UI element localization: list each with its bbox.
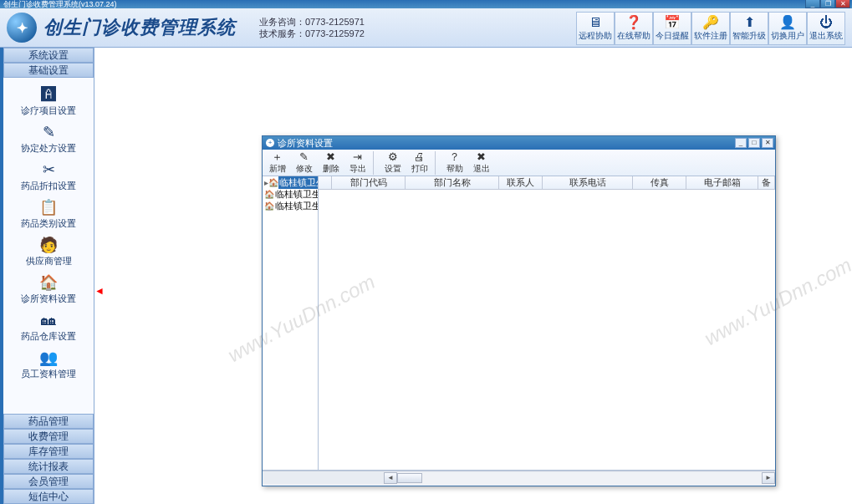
sidebar-item-label: 诊疗项目设置 (21, 104, 76, 117)
toolbar-btn-设置[interactable]: ⚙设置 (380, 150, 406, 176)
sidebar-item-label: 诊所资料设置 (21, 293, 76, 305)
sidebar-footer-1[interactable]: 收费管理 (3, 429, 94, 444)
tool-label: 退出系统 (809, 30, 843, 42)
grid-col-0[interactable] (319, 176, 332, 189)
dialog-close-button[interactable]: ✕ (762, 138, 773, 148)
header-tool-2[interactable]: 📅今日提醒 (653, 12, 691, 45)
horizontal-scrollbar[interactable]: ◄ ► (263, 471, 775, 484)
tree-label: 临桂镇卫生院榕山门诊部 (278, 176, 319, 189)
grid-col-6[interactable]: 电子邮箱 (686, 176, 758, 189)
window-controls: _ ❐ ✕ (805, 0, 850, 8)
sidebar-item-label: 员工资料管理 (21, 368, 76, 380)
header-tool-5[interactable]: 👤切换用户 (768, 12, 807, 45)
tree-label: 临桂镇卫生院桂康门诊部 (274, 200, 319, 212)
dialog-clinic-settings: + 诊所资料设置 _ □ ✕ ＋新增✎修改✖删除⇥导出⚙设置🖨打印？帮助✖退出 … (262, 135, 776, 486)
header-toolbar: 🖥远程协助❓在线帮助📅今日提醒🔑软件注册⬆智能升级👤切换用户⏻退出系统 (576, 12, 845, 45)
tree-item-0[interactable]: ▸🏠临桂镇卫生院榕山门诊部 (263, 176, 318, 188)
header-tool-0[interactable]: 🖥远程协助 (576, 12, 615, 45)
window-titlebar: 创生门诊收费管理系统(v13.07.24) _ ❐ ✕ (0, 0, 852, 8)
header-tool-6[interactable]: ⏻退出系统 (807, 12, 845, 45)
tool-icon: 📅 (664, 15, 681, 30)
tree-node-icon: 🏠 (264, 190, 274, 199)
sidebar-item-label: 协定处方设置 (21, 142, 76, 155)
grid-col-3[interactable]: 联系人 (499, 176, 543, 189)
toolbar-btn-帮助[interactable]: ？帮助 (441, 150, 468, 176)
toolbar-btn-新增[interactable]: ＋新增 (264, 150, 291, 176)
sidebar-item-6[interactable]: 🏘药品仓库设置 (3, 307, 94, 344)
sidebar-header-1[interactable]: 基础设置 (3, 63, 94, 78)
sidebar-item-1[interactable]: ✎协定处方设置 (3, 119, 94, 156)
tool-label: 切换用户 (771, 30, 804, 42)
tree-item-1[interactable]: 🏠临桂镇卫生院虎山门诊部 (263, 188, 318, 200)
scroll-left-button[interactable]: ◄ (384, 472, 397, 484)
dialog-title: 诊所资料设置 (278, 137, 333, 150)
grid-panel: 部门代码部门名称联系人联系电话传真电子邮箱备 (319, 176, 775, 470)
grid-rows (319, 190, 775, 470)
sidebar-item-label: 药品类别设置 (21, 217, 76, 230)
toolbar-icon: 🖨 (414, 151, 425, 163)
tree-label: 临桂镇卫生院虎山门诊部 (274, 188, 319, 201)
sidebar-item-icon: 👥 (36, 348, 61, 368)
dialog-titlebar[interactable]: + 诊所资料设置 _ □ ✕ (263, 136, 775, 150)
sidebar-item-icon: 🅰 (36, 84, 61, 104)
tool-label: 软件注册 (694, 30, 727, 42)
toolbar-icon: ✖ (326, 151, 335, 163)
sidebar-item-7[interactable]: 👥员工资料管理 (3, 344, 94, 382)
sidebar-item-5[interactable]: 🏠诊所资料设置 (3, 269, 94, 307)
sidebar-item-icon: 📋 (36, 197, 61, 217)
sidebar-item-icon: 🏘 (36, 310, 61, 330)
sidebar-item-label: 药品仓库设置 (21, 330, 76, 343)
tool-icon: 🔑 (702, 15, 719, 30)
sidebar-footer-4[interactable]: 会员管理 (3, 474, 94, 489)
sidebar-footer-5[interactable]: 短信中心 (3, 489, 94, 504)
dialog-maximize-button[interactable]: □ (748, 138, 760, 148)
workspace: ◄ + 诊所资料设置 _ □ ✕ ＋新增✎修改✖删除⇥导出⚙设置🖨打印？帮助✖退… (94, 48, 852, 504)
header-tool-4[interactable]: ⬆智能升级 (730, 12, 768, 45)
toolbar-btn-导出[interactable]: ⇥导出 (344, 150, 371, 176)
toolbar-btn-删除[interactable]: ✖删除 (318, 150, 344, 176)
sidebar-item-0[interactable]: 🅰诊疗项目设置 (3, 81, 94, 119)
grid-col-1[interactable]: 部门代码 (332, 176, 406, 189)
toolbar-separator (373, 151, 378, 175)
sidebar-item-4[interactable]: 🧑供应商管理 (3, 232, 94, 269)
grid-header: 部门代码部门名称联系人联系电话传真电子邮箱备 (319, 176, 775, 190)
minimize-button[interactable]: _ (805, 0, 820, 8)
dialog-toolbar: ＋新增✎修改✖删除⇥导出⚙设置🖨打印？帮助✖退出 (263, 150, 775, 176)
contact-line1: 业务咨询：0773-2125971 (259, 16, 365, 28)
header-tool-3[interactable]: 🔑软件注册 (691, 12, 730, 45)
sidebar-footer-3[interactable]: 统计报表 (3, 459, 94, 474)
tool-label: 智能升级 (732, 30, 766, 42)
sidebar-footer-2[interactable]: 库存管理 (3, 444, 94, 459)
toolbar-btn-退出[interactable]: ✖退出 (468, 150, 495, 176)
grid-col-2[interactable]: 部门名称 (406, 176, 499, 189)
toolbar-btn-打印[interactable]: 🖨打印 (406, 150, 433, 176)
toolbar-icon: ✖ (477, 151, 486, 163)
grid-col-5[interactable]: 传真 (633, 176, 686, 189)
sidebar-item-2[interactable]: ✂药品折扣设置 (3, 156, 94, 194)
red-marker: ◄ (94, 285, 105, 297)
scroll-track[interactable] (397, 472, 762, 484)
grid-col-7[interactable]: 备 (758, 176, 775, 189)
scroll-right-button[interactable]: ► (762, 472, 775, 484)
tool-icon: ❓ (625, 15, 642, 30)
toolbar-label: 新增 (269, 163, 286, 175)
grid-col-4[interactable]: 联系电话 (543, 176, 633, 189)
maximize-button[interactable]: ❐ (820, 0, 835, 8)
dialog-minimize-button[interactable]: _ (735, 138, 747, 148)
header-tool-1[interactable]: ❓在线帮助 (615, 12, 653, 45)
sidebar-item-icon: ✂ (36, 160, 61, 180)
close-button[interactable]: ✕ (835, 0, 850, 8)
tree-node-icon: 🏠 (264, 201, 274, 211)
toolbar-label: 设置 (385, 163, 401, 175)
logo-icon: ✦ (7, 13, 37, 43)
tool-icon: 🖥 (589, 15, 602, 30)
toolbar-separator (435, 151, 440, 175)
sidebar-footer-0[interactable]: 药品管理 (3, 414, 94, 429)
scroll-thumb[interactable] (397, 473, 422, 483)
tree-item-2[interactable]: 🏠临桂镇卫生院桂康门诊部 (263, 200, 318, 211)
toolbar-label: 导出 (349, 163, 366, 175)
tool-label: 在线帮助 (617, 30, 650, 42)
sidebar-header-0[interactable]: 系统设置 (3, 48, 94, 63)
sidebar-item-3[interactable]: 📋药品类别设置 (3, 194, 94, 232)
toolbar-btn-修改[interactable]: ✎修改 (291, 150, 318, 176)
